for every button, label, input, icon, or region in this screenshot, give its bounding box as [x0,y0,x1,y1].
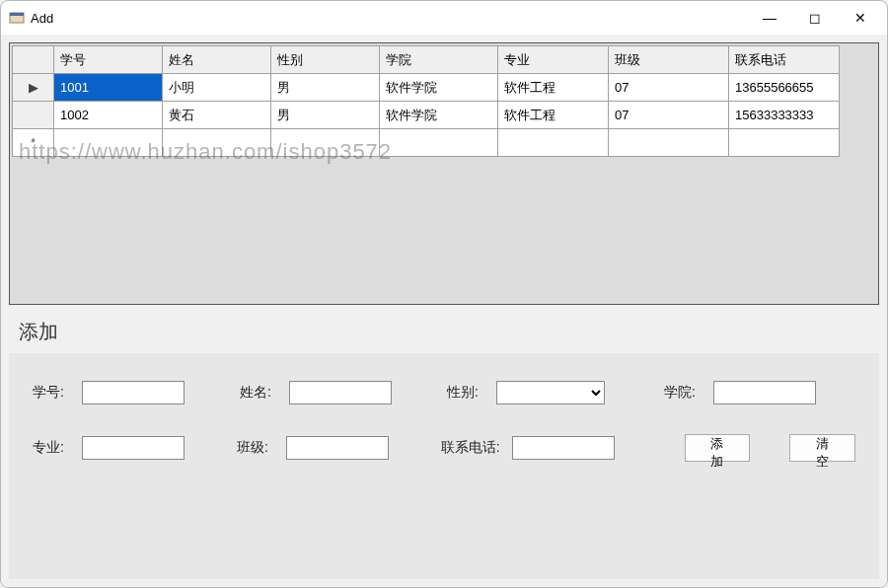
close-button[interactable]: ✕ [838,3,883,33]
row-indicator [13,102,54,129]
grid-cell[interactable]: 软件学院 [380,74,498,102]
college-input[interactable] [713,381,816,404]
row-indicator: ▶ [13,74,54,102]
client-area: 学号 姓名 性别 学院 专业 班级 联系电话 ▶ 1001 小明 男 软件学院 … [1,35,887,587]
table-row[interactable]: 1002 黄石 男 软件学院 软件工程 07 15633333333 [13,102,840,129]
label-name: 姓名: [240,384,289,402]
class-input[interactable] [286,436,389,460]
label-major: 专业: [33,439,82,457]
grid-header[interactable]: 学院 [380,46,498,74]
maximize-button[interactable]: ◻ [792,3,838,33]
label-phone: 联系电话: [441,439,512,457]
grid-corner [13,46,54,74]
label-student-id: 学号: [33,384,82,402]
grid-cell[interactable]: 1002 [54,102,163,129]
grid-header[interactable]: 联系电话 [729,46,840,74]
label-college: 学院: [664,384,713,402]
grid-cell[interactable]: 男 [271,74,380,102]
grid-header[interactable]: 专业 [498,46,609,74]
grid-cell[interactable] [54,129,163,157]
svg-rect-1 [10,13,24,16]
grid-cell[interactable]: 软件工程 [498,74,609,102]
add-button[interactable]: 添加 [685,434,751,462]
grid-cell[interactable]: 15633333333 [729,102,840,129]
data-grid-panel: 学号 姓名 性别 学院 专业 班级 联系电话 ▶ 1001 小明 男 软件学院 … [9,42,879,305]
grid-cell[interactable]: 07 [609,102,729,129]
grid-cell[interactable] [380,129,498,157]
window-title: Add [31,11,53,26]
grid-cell[interactable]: 07 [609,74,729,102]
grid-header-row: 学号 姓名 性别 学院 专业 班级 联系电话 [13,46,840,74]
table-row[interactable]: ▶ 1001 小明 男 软件学院 软件工程 07 13655566655 [13,74,840,102]
name-input[interactable] [289,381,392,404]
grid-cell[interactable] [609,129,729,157]
data-grid[interactable]: 学号 姓名 性别 学院 专业 班级 联系电话 ▶ 1001 小明 男 软件学院 … [12,45,840,157]
table-new-row[interactable]: * [13,129,840,157]
title-bar: Add — ◻ ✕ [1,1,887,35]
label-class: 班级: [237,439,286,457]
grid-cell[interactable]: 软件学院 [380,102,498,129]
label-sex: 性别: [447,384,496,402]
minimize-button[interactable]: — [747,3,792,33]
grid-cell[interactable] [729,129,840,157]
phone-input[interactable] [512,436,615,460]
section-heading: 添加 [19,319,879,345]
grid-cell[interactable]: 男 [271,102,380,129]
clear-button[interactable]: 清空 [789,434,855,462]
major-input[interactable] [82,436,185,460]
grid-header[interactable]: 性别 [271,46,380,74]
student-id-input[interactable] [82,381,185,404]
grid-header[interactable]: 姓名 [163,46,271,74]
grid-header[interactable]: 班级 [609,46,729,74]
grid-cell[interactable] [271,129,380,157]
grid-cell[interactable] [498,129,609,157]
grid-header[interactable]: 学号 [54,46,163,74]
grid-cell[interactable] [163,129,271,157]
new-row-indicator: * [13,129,54,157]
grid-cell[interactable]: 1001 [54,74,163,102]
app-icon [9,10,25,26]
grid-cell[interactable]: 黄石 [163,102,271,129]
grid-cell[interactable]: 小明 [163,74,271,102]
grid-cell[interactable]: 软件工程 [498,102,609,129]
grid-cell[interactable]: 13655566655 [729,74,840,102]
form-row-1: 学号: 姓名: 性别: 学院: [33,381,855,404]
add-form-panel: 学号: 姓名: 性别: 学院: 专业: 班级: [9,353,879,579]
form-row-2: 专业: 班级: 联系电话: 添加 清空 [33,434,855,462]
sex-select[interactable] [496,381,605,404]
